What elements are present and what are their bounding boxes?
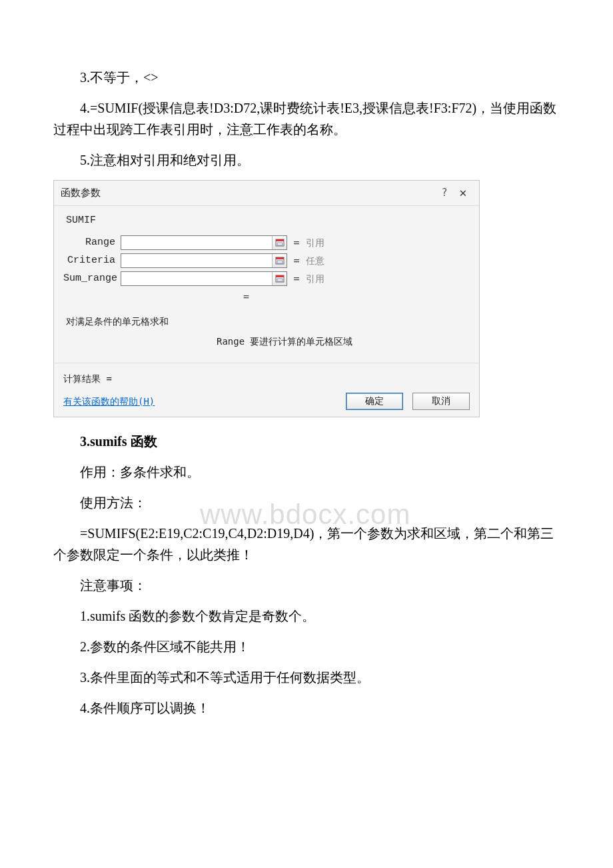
range-picker-icon[interactable] — [272, 254, 287, 267]
heading-sumifs: 3.sumifs 函数 — [53, 431, 560, 452]
svg-rect-5 — [277, 261, 283, 263]
param-row-sumrange: Sum_range = 引用 — [63, 271, 470, 287]
paragraph-reference-note: 5.注意相对引用和绝对引用。 — [53, 149, 560, 171]
dialog-titlebar: 函数参数 ? ✕ — [54, 181, 479, 206]
range-desc-text: 要进行计算的单元格区域 — [250, 336, 352, 347]
ok-button[interactable]: 确定 — [346, 393, 403, 410]
paragraph-note-2: 2.参数的条件区域不能共用！ — [53, 636, 560, 657]
paragraph-note-1: 1.sumifs 函数的参数个数肯定是奇数个。 — [53, 605, 560, 627]
svg-rect-1 — [276, 239, 284, 241]
paragraph-note-3: 3.条件里面的等式和不等式适用于任何数据类型。 — [53, 667, 560, 688]
close-icon[interactable]: ✕ — [454, 183, 472, 203]
param-hint: 引用 — [306, 271, 324, 286]
param-row-criteria: Criteria = 任意 — [63, 253, 470, 269]
param-hint: 任意 — [306, 253, 324, 268]
param-label: Sum_range — [63, 271, 121, 287]
equals-sign: = — [287, 271, 306, 287]
result-label: 计算结果 = — [63, 369, 470, 393]
equals-sign: = — [287, 235, 306, 251]
param-label: Range — [63, 235, 121, 251]
function-arguments-dialog: 函数参数 ? ✕ SUMIF Range = 引用 Criteria — [53, 180, 480, 417]
help-link[interactable]: 有关该函数的帮助(H) — [63, 394, 336, 409]
param-label: Criteria — [63, 253, 121, 269]
paragraph-notes-label: 注意事项： — [53, 575, 560, 596]
svg-rect-2 — [277, 243, 283, 245]
result-equals: = — [63, 289, 470, 305]
param-input-wrap — [121, 271, 287, 286]
param-row-range: Range = 引用 — [63, 235, 470, 251]
paragraph-sumifs-example: =SUMIFS(E2:E19,C2:C19,C4,D2:D19,D4)，第一个参… — [53, 523, 560, 565]
range-desc-key: Range — [217, 336, 245, 347]
param-input-wrap — [121, 253, 287, 268]
sumrange-input[interactable] — [121, 272, 272, 285]
svg-rect-4 — [276, 257, 284, 259]
range-input[interactable] — [121, 236, 272, 249]
cancel-button[interactable]: 取消 — [412, 393, 470, 410]
equals-sign: = — [287, 253, 306, 269]
criteria-input[interactable] — [121, 254, 272, 267]
function-name: SUMIF — [63, 210, 470, 233]
paragraph-usage-label: 使用方法： — [53, 492, 560, 513]
svg-rect-8 — [277, 279, 283, 281]
help-icon[interactable]: ? — [435, 185, 454, 201]
svg-rect-7 — [276, 275, 284, 277]
function-description: 对满足条件的单元格求和 — [63, 307, 470, 330]
param-input-wrap — [121, 235, 287, 250]
range-picker-icon[interactable] — [272, 236, 287, 249]
range-description: Range要进行计算的单元格区域 — [63, 330, 470, 358]
paragraph-purpose: 作用：多条件求和。 — [53, 461, 560, 483]
paragraph-sumif-cross-sheet: 4.=SUMIF(授课信息表!D3:D72,课时费统计表!E3,授课信息表!F3… — [53, 97, 560, 140]
paragraph-note-4: 4.条件顺序可以调换！ — [53, 697, 560, 719]
param-hint: 引用 — [306, 235, 324, 250]
dialog-title: 函数参数 — [61, 185, 435, 201]
paragraph-not-equal: 3.不等于，<> — [53, 67, 560, 88]
range-picker-icon[interactable] — [272, 272, 287, 285]
